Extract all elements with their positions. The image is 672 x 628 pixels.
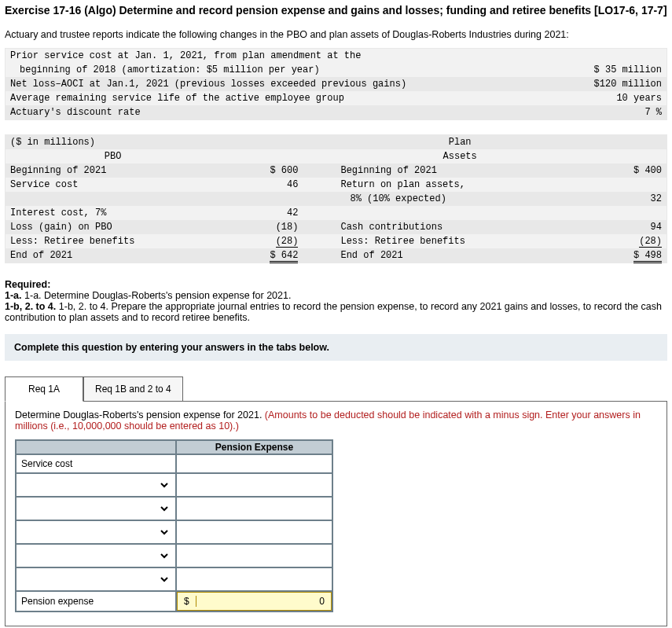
required-heading: Required: bbox=[5, 279, 667, 290]
pension-expense-table: Pension Expense Service cost bbox=[15, 439, 333, 612]
given-val2: $120 million bbox=[560, 77, 666, 91]
pbo-end-val: $ 642 bbox=[270, 250, 298, 263]
panel-prompt: Determine Douglas-Roberts's pension expe… bbox=[15, 409, 265, 421]
given-row2: Net loss–AOCI at Jan.1, 2021 (previous l… bbox=[6, 77, 560, 91]
pa-begin-val: $ 400 bbox=[584, 163, 666, 178]
pa-cash-val: 94 bbox=[584, 220, 666, 234]
tab-instruction: Complete this question by entering your … bbox=[5, 334, 667, 361]
row2-input[interactable] bbox=[177, 476, 332, 494]
row2-label-select[interactable] bbox=[21, 476, 171, 494]
pbo-begin-val: $ 600 bbox=[220, 163, 303, 178]
req-1a-text: 1-a. Determine Douglas-Roberts's pension… bbox=[24, 290, 291, 301]
pbo-loss-val: (18) bbox=[220, 220, 303, 234]
pbo-end-label: End of 2021 bbox=[6, 248, 220, 263]
pbo-int-label: Interest cost, 7% bbox=[6, 206, 220, 220]
intro-text: Actuary and trustee reports indicate the… bbox=[5, 29, 667, 40]
exercise-title: Exercise 17-16 (Algo) Determine and reco… bbox=[5, 3, 667, 18]
given-row4: Actuary's discount rate bbox=[6, 105, 560, 119]
pa-cash-label: Cash contributions bbox=[336, 220, 583, 234]
given-row3: Average remaining service life of the ac… bbox=[6, 91, 560, 105]
row3-label-select[interactable] bbox=[21, 500, 171, 517]
pbo-sc-val: 46 bbox=[220, 178, 303, 192]
pa-ret-label: Less: Retiree benefits bbox=[336, 234, 583, 248]
given-info-block: Prior service cost at Jan. 1, 2021, from… bbox=[5, 48, 667, 120]
pbo-loss-label: Loss (gain) on PBO bbox=[6, 220, 220, 234]
roll-hdr-pbo: PBO bbox=[6, 149, 220, 163]
pa-return-label: Return on plan assets, bbox=[336, 178, 583, 192]
pa-end-label: End of 2021 bbox=[336, 248, 583, 263]
tab-bar: Req 1A Req 1B and 2 to 4 bbox=[5, 376, 667, 402]
row-service-cost-input[interactable] bbox=[177, 455, 332, 472]
tab-req-1a[interactable]: Req 1A bbox=[5, 376, 83, 402]
given-val4: 7 % bbox=[560, 105, 666, 119]
given-val1: $ 35 million bbox=[560, 63, 666, 77]
req-1b-label: 1-b, 2. to 4. bbox=[5, 301, 56, 312]
pbo-int-val: 42 bbox=[220, 206, 303, 220]
pa-begin-label: Beginning of 2021 bbox=[336, 163, 583, 178]
row-service-cost-label: Service cost bbox=[16, 454, 176, 473]
given-row1b: beginning of 2018 (amortization: $5 mill… bbox=[6, 63, 560, 77]
req-1b-text: 1-b, 2. to 4. Prepare the appropriate jo… bbox=[5, 301, 662, 323]
pension-expense-total-value: 0 bbox=[196, 596, 331, 607]
pa-end-val: $ 498 bbox=[633, 250, 662, 263]
pa-return-val: 32 bbox=[584, 192, 666, 206]
row5-input[interactable] bbox=[177, 547, 332, 564]
row6-label-select[interactable] bbox=[21, 571, 171, 588]
row3-input[interactable] bbox=[177, 500, 332, 517]
pbo-begin-label: Beginning of 2021 bbox=[6, 163, 220, 178]
row-pension-expense-label: Pension expense bbox=[16, 591, 176, 611]
pbo-sc-label: Service cost bbox=[6, 178, 220, 192]
pbo-ret-label: Less: Retiree benefits bbox=[6, 234, 220, 248]
tab-req-1b-2-4[interactable]: Req 1B and 2 to 4 bbox=[83, 376, 183, 402]
roll-hdr-left: ($ in millions) bbox=[6, 135, 220, 149]
row4-input[interactable] bbox=[177, 523, 332, 541]
req-1a-label: 1-a. bbox=[5, 290, 22, 301]
row4-label-select[interactable] bbox=[21, 523, 171, 541]
pa-ret-val: (28) bbox=[639, 236, 662, 248]
pension-expense-total: $ 0 bbox=[177, 592, 332, 611]
roll-hdr-assets: Assets bbox=[336, 149, 583, 163]
currency-symbol: $ bbox=[178, 596, 196, 607]
col-header-pension-expense: Pension Expense bbox=[176, 440, 332, 454]
pbo-ret-val: (28) bbox=[276, 236, 299, 248]
rollforward-block: ($ in millions) Plan PBO Assets Beginnin… bbox=[5, 134, 667, 263]
tab-panel-req-1a: Determine Douglas-Roberts's pension expe… bbox=[5, 401, 667, 626]
row5-label-select[interactable] bbox=[21, 547, 171, 564]
given-row1a: Prior service cost at Jan. 1, 2021, from… bbox=[6, 49, 560, 63]
row6-input[interactable] bbox=[177, 571, 332, 588]
pa-return2-label: 8% (10% expected) bbox=[336, 192, 583, 206]
roll-hdr-plan: Plan bbox=[336, 135, 583, 149]
given-val3: 10 years bbox=[560, 91, 666, 105]
